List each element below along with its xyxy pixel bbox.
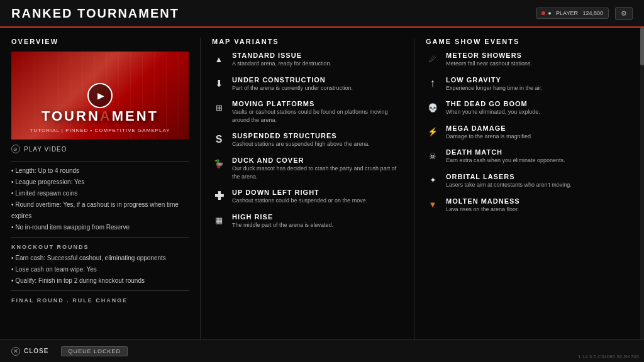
variant-desc: Our duck mascot has decided to crash the… xyxy=(232,165,402,180)
variant-desc: The middle part of the arena is elevated… xyxy=(232,221,333,229)
variant-name: DUCK AND COVER xyxy=(232,156,402,164)
map-variant-item: ✚ UP DOWN LEFT RIGHT Cashout stations co… xyxy=(212,189,402,205)
event-name: LOW GRAVITY xyxy=(446,76,543,84)
list-item: Qualify: Finish in top 2 during knockout… xyxy=(11,275,189,287)
suspended-structures-icon: S xyxy=(212,133,226,146)
variant-desc: Part of the arena is currently under con… xyxy=(232,84,353,92)
event-desc: Experience longer hang time in the air. xyxy=(446,84,543,92)
map-variants-title: MAP VARIANTS xyxy=(212,38,402,45)
divider-3 xyxy=(11,290,189,291)
game-show-event-item: ☠ DEATH MATCH Earn extra cash when you e… xyxy=(426,148,633,165)
video-title: TOURNAMENT xyxy=(11,108,189,124)
video-thumbnail[interactable]: TOURNAMENT TUTORIAL | PINNED • COMPETITI… xyxy=(11,52,189,140)
event-desc: Meteors fall near cashout stations. xyxy=(446,60,532,68)
game-show-events-column: GAME SHOW EVENTS ☄ METEOR SHOWERS Meteor… xyxy=(414,38,633,339)
event-desc: Lava rises on the arena floor. xyxy=(446,206,520,214)
list-item: No in-round item swapping from Reserve xyxy=(11,222,189,233)
map-variant-item: S SUSPENDED STRUCTURES Cashout stations … xyxy=(212,132,402,148)
scrollbar[interactable] xyxy=(640,28,644,339)
moving-platforms-icon: ⊞ xyxy=(212,101,226,114)
up-down-left-right-icon: ✚ xyxy=(212,189,226,203)
page-title: RANKED TOURNAMENT xyxy=(11,6,179,21)
under-construction-icon: ⬇ xyxy=(212,77,226,90)
close-button[interactable]: ✕ CLOSE xyxy=(11,347,48,356)
mega-damage-icon: ⚡ xyxy=(426,125,440,139)
header: RANKED TOURNAMENT ● PLAYER 124,800 ⚙ xyxy=(0,0,644,28)
footer: ✕ CLOSE QUEUE LOCKED xyxy=(0,339,644,362)
map-variant-item: ⬇ UNDER CONSTRUCTION Part of the arena i… xyxy=(212,76,402,92)
death-match-icon: ☠ xyxy=(426,149,440,163)
standard-issue-icon: ▲ xyxy=(212,52,226,66)
variant-name: MOVING PLATFORMS xyxy=(232,100,402,107)
overview-column: OVERVIEW TOURNAMENT TUTORIAL | PINNED • … xyxy=(11,38,200,339)
event-name: METEOR SHOWERS xyxy=(446,52,532,59)
overview-title: OVERVIEW xyxy=(11,38,189,45)
duck-and-cover-icon: 🦆 xyxy=(212,157,226,171)
queue-locked-button[interactable]: QUEUE LOCKED xyxy=(61,346,128,356)
dead-go-boom-icon: 💀 xyxy=(426,101,440,114)
low-gravity-icon: ↑ xyxy=(426,77,440,90)
settings-btn[interactable]: ⚙ xyxy=(615,7,633,20)
close-circle-icon: ✕ xyxy=(11,347,20,356)
event-desc: Earn extra cash when you eliminate oppon… xyxy=(446,156,565,165)
variant-desc: Cashout stations are suspended high abov… xyxy=(232,140,370,148)
version-text: 1.14.3.5 C34080.92-BK740 xyxy=(578,354,639,359)
event-name: ORBITAL LASERS xyxy=(446,173,572,180)
close-label: CLOSE xyxy=(24,348,48,354)
divider-2 xyxy=(11,237,189,238)
game-show-event-item: ↑ LOW GRAVITY Experience longer hang tim… xyxy=(426,76,633,92)
list-item: Limited respawn coins xyxy=(11,188,189,199)
variant-desc: A standard arena, ready for destruction. xyxy=(232,60,331,68)
knockout-list: Earn cash: Successful cashout, eliminati… xyxy=(11,253,189,287)
molten-madness-icon: ▼ xyxy=(426,198,440,212)
variant-name: HIGH RISE xyxy=(232,213,333,221)
play-video-label: PLAY VIDEO xyxy=(24,146,67,153)
variant-name: STANDARD ISSUE xyxy=(232,52,331,59)
game-show-event-item: 💀 THE DEAD GO BOOM When you're eliminate… xyxy=(426,100,633,116)
variant-name: SUSPENDED STRUCTURES xyxy=(232,132,370,140)
event-desc: When you're eliminated, you explode. xyxy=(446,108,540,116)
event-name: MOLTEN MADNESS xyxy=(446,197,520,205)
divider-1 xyxy=(11,161,189,162)
final-round-label: FINAL ROUND . RULE CHANGE xyxy=(11,297,189,304)
list-item: Lose cash on team wipe: Yes xyxy=(11,264,189,275)
gear-icon: ⚙ xyxy=(621,9,627,18)
variant-name: UNDER CONSTRUCTION xyxy=(232,76,353,84)
map-variant-item: ⊞ MOVING PLATFORMS Vaults or cashout sta… xyxy=(212,100,402,124)
map-variant-item: 🦆 DUCK AND COVER Our duck mascot has dec… xyxy=(212,156,402,180)
game-show-event-item: ▼ MOLTEN MADNESS Lava rises on the arena… xyxy=(426,197,633,214)
game-show-event-item: ☄ METEOR SHOWERS Meteors fall near casho… xyxy=(426,52,633,68)
map-variants-column: MAP VARIANTS ▲ STANDARD ISSUE A standard… xyxy=(200,38,414,339)
list-item: Length: Up to 4 rounds xyxy=(11,165,189,177)
overview-stats-list: Length: Up to 4 rounds League progressio… xyxy=(11,165,189,233)
game-show-event-item: ⚡ MEGA DAMAGE Damage to the arena is mag… xyxy=(426,124,633,141)
video-subtitle: TUTORIAL | PINNED • COMPETITIVE GAMEPLAY xyxy=(11,128,189,133)
event-name: DEATH MATCH xyxy=(446,148,565,156)
map-variant-item: ▦ HIGH RISE The middle part of the arena… xyxy=(212,213,402,229)
list-item: League progression: Yes xyxy=(11,177,189,188)
variant-desc: Cashout stations could be suspended or o… xyxy=(232,197,367,205)
header-right: ● PLAYER 124,800 ⚙ xyxy=(536,7,633,20)
orbital-lasers-icon: ✦ xyxy=(426,173,440,187)
list-item: Earn cash: Successful cashout, eliminati… xyxy=(11,253,189,264)
play-button-overlay[interactable] xyxy=(87,83,113,108)
event-name: MEGA DAMAGE xyxy=(446,124,533,132)
high-rise-icon: ▦ xyxy=(212,214,226,228)
scrollbar-thumb[interactable] xyxy=(640,28,644,65)
play-video-button[interactable]: ⊙ PLAY VIDEO xyxy=(11,145,189,153)
status-dot xyxy=(541,11,545,15)
event-name: THE DEAD GO BOOM xyxy=(446,100,540,107)
event-desc: Lasers take aim at contestants who aren'… xyxy=(446,181,572,189)
knockout-title: KNOCKOUT ROUNDS xyxy=(11,244,189,250)
play-circle-icon: ⊙ xyxy=(11,145,20,153)
player-info: ● PLAYER 124,800 xyxy=(548,10,603,16)
meteor-showers-icon: ☄ xyxy=(426,52,440,66)
event-desc: Damage to the arena is magnified. xyxy=(446,133,533,141)
game-show-events-title: GAME SHOW EVENTS xyxy=(426,38,633,45)
map-variant-item: ▲ STANDARD ISSUE A standard arena, ready… xyxy=(212,52,402,68)
variant-name: UP DOWN LEFT RIGHT xyxy=(232,189,367,196)
game-show-event-item: ✦ ORBITAL LASERS Lasers take aim at cont… xyxy=(426,173,633,189)
list-item: Round overtime: Yes, if a cashout is in … xyxy=(11,199,189,222)
variant-desc: Vaults or cashout stations could be foun… xyxy=(232,108,402,124)
main-content: OVERVIEW TOURNAMENT TUTORIAL | PINNED • … xyxy=(0,28,644,339)
